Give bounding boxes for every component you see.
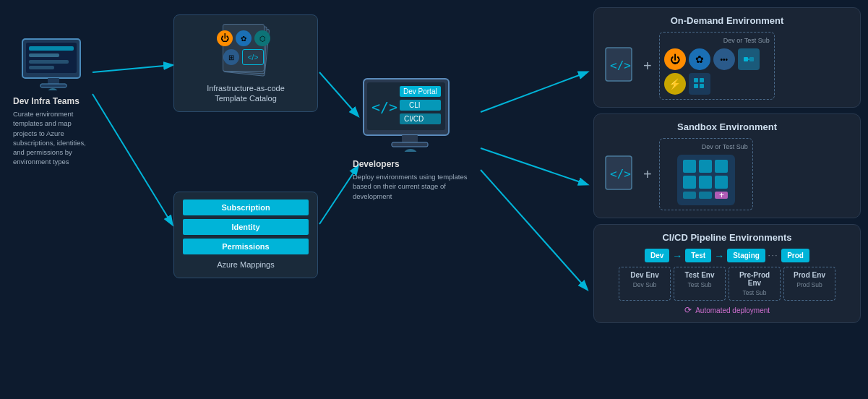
svg-text:CLI: CLI — [409, 101, 421, 109]
right-panels: On-Demand Environment </> + Dev or Test … — [593, 7, 861, 323]
sandbox-dashed-box: Dev or Test Sub — [659, 138, 753, 210]
svg-rect-44 — [683, 176, 696, 189]
cicd-envs-row: Dev Env Dev Sub Test Env Test Sub Pre-Pr… — [604, 267, 850, 301]
svg-rect-42 — [699, 160, 712, 173]
stage-staging: Staging — [727, 249, 765, 262]
azure-label: Azure Mappings — [183, 260, 309, 269]
svg-rect-10 — [29, 53, 59, 57]
svg-rect-45 — [699, 176, 712, 189]
svg-line-4 — [481, 72, 587, 112]
network-icon-1 — [738, 48, 760, 70]
svg-rect-48 — [699, 192, 712, 199]
power-icon: ⏻ — [217, 30, 233, 46]
env-test: Test Env Test Sub — [674, 267, 726, 301]
svg-rect-47 — [683, 192, 696, 199]
stage-test: Test — [685, 249, 711, 262]
svg-rect-14 — [40, 84, 66, 87]
developers-section: </> Dev Portal CLI CI/CD Developers Depl… — [353, 76, 468, 201]
cicd-panel: CI/CD Pipeline Environments Dev → Test →… — [593, 224, 861, 323]
svg-line-6 — [481, 170, 587, 289]
svg-text:</>: </> — [610, 167, 631, 181]
doc-icon-on-demand: </> — [604, 46, 636, 85]
k8s-icon-1: ✿ — [689, 48, 710, 70]
permissions-row[interactable]: Permissions — [183, 239, 309, 254]
vm-icon: ⊞ — [223, 49, 239, 65]
svg-rect-35 — [694, 78, 698, 82]
svg-line-5 — [481, 148, 587, 184]
sandbox-title: Sandbox Environment — [604, 121, 850, 132]
dev-infra-label: Dev Infra Teams — [13, 96, 93, 106]
storage-icon: ⬡ — [254, 30, 270, 46]
sandbox-panel: Sandbox Environment </> + Dev or Test Su… — [593, 113, 861, 218]
grid-icon-1 — [689, 73, 710, 95]
env-dev: Dev Env Dev Sub — [619, 267, 671, 301]
kubernetes-icon: ✿ — [236, 30, 252, 46]
svg-rect-32 — [744, 57, 748, 61]
identity-row[interactable]: Identity — [183, 219, 309, 235]
developer-monitor-icon: </> Dev Portal CLI CI/CD — [360, 76, 461, 152]
env-preprod: Pre-Prod Env Test Sub — [729, 267, 781, 301]
svg-rect-12 — [29, 66, 54, 69]
on-demand-title: On-Demand Environment — [604, 15, 850, 26]
developers-label: Developers — [353, 159, 468, 169]
diagram-container: Dev Infra Teams Curate environment templ… — [0, 0, 868, 399]
on-demand-sublabel: Dev or Test Sub — [664, 37, 770, 44]
iac-box: ⏻ ✿ ⬡ ⊞ </> Infrastructure-as-codeTempla… — [173, 14, 318, 112]
svg-line-1 — [93, 94, 172, 224]
svg-rect-46 — [715, 176, 728, 189]
stage-prod: Prod — [781, 249, 809, 262]
arrow-2: → — [714, 250, 724, 262]
svg-line-0 — [93, 65, 172, 72]
svg-point-15 — [47, 88, 59, 90]
svg-rect-43 — [715, 160, 728, 173]
svg-rect-13 — [48, 78, 59, 84]
svg-text:CI/CD: CI/CD — [404, 115, 424, 123]
svg-rect-26 — [402, 135, 418, 142]
arrow-1: → — [672, 250, 682, 262]
dev-infra-section: Dev Infra Teams Curate environment templ… — [13, 36, 93, 167]
svg-point-28 — [403, 149, 418, 152]
cicd-title: CI/CD Pipeline Environments — [604, 232, 850, 243]
svg-rect-11 — [29, 60, 69, 64]
sandbox-sublabel: Dev or Test Sub — [664, 143, 748, 150]
svg-rect-37 — [694, 84, 698, 88]
svg-text:Dev Portal: Dev Portal — [403, 87, 437, 95]
iac-icon-1: ⏻ — [664, 48, 686, 70]
svg-rect-41 — [683, 160, 696, 173]
on-demand-body: </> + Dev or Test Sub ⏻ ✿ ••• ⚡ — [604, 32, 850, 100]
plus-sign-2: + — [643, 166, 652, 183]
subscription-row[interactable]: Subscription — [183, 200, 309, 215]
azure-mappings-box: Subscription Identity Permissions Azure … — [173, 192, 318, 278]
auto-deploy-label: ⟳ Automated deployment — [604, 305, 850, 315]
env-prod: Prod Env Prod Sub — [783, 267, 835, 301]
developers-desc: Deploy environments using templates base… — [353, 172, 468, 201]
dev-monitor-icon — [19, 36, 87, 90]
sandbox-grid-icon: + — [677, 155, 735, 205]
svg-text:</>: </> — [371, 98, 398, 116]
plus-sign-1: + — [643, 58, 652, 74]
cicd-dots: ··· — [768, 252, 778, 259]
db-icon-1: ⚡ — [664, 73, 686, 95]
svg-rect-36 — [700, 78, 704, 82]
svg-text:</>: </> — [610, 59, 631, 72]
svg-rect-27 — [392, 142, 428, 147]
doc-icon-sandbox: </> — [604, 155, 636, 194]
dev-infra-desc: Curate environment templates and map pro… — [13, 109, 93, 167]
iac-label: Infrastructure-as-codeTemplate Catalog — [183, 83, 309, 104]
svg-text:+: + — [719, 190, 724, 200]
svg-rect-9 — [29, 46, 74, 51]
cicd-stages-row: Dev → Test → Staging ··· Prod — [604, 249, 850, 262]
dots-icon-1: ••• — [713, 48, 735, 70]
on-demand-panel: On-Demand Environment </> + Dev or Test … — [593, 7, 861, 108]
pages-stack-icon: ⏻ ✿ ⬡ ⊞ </> — [217, 22, 275, 80]
auto-deploy-icon: ⟳ — [684, 305, 692, 315]
sandbox-body: </> + Dev or Test Sub — [604, 138, 850, 210]
code-icon: </> — [242, 49, 264, 65]
svg-rect-38 — [700, 84, 704, 88]
stage-dev: Dev — [645, 249, 669, 262]
on-demand-dashed-box: Dev or Test Sub ⏻ ✿ ••• ⚡ — [659, 32, 775, 100]
svg-rect-33 — [749, 57, 754, 61]
